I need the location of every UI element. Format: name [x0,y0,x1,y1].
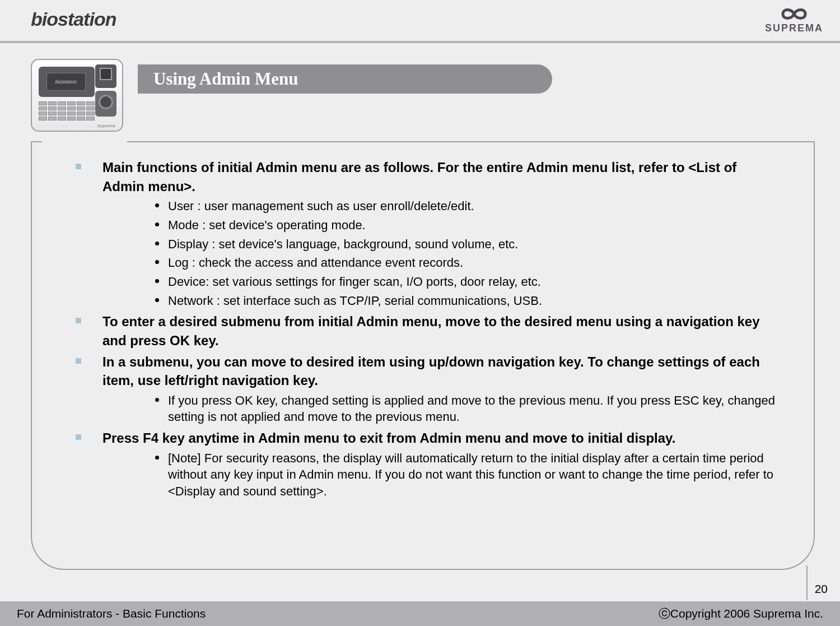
main-bullet-item: To enter a desired submenu from initial … [76,312,780,350]
dot-bullet-icon [155,456,159,460]
logo-biostation-label: biostation [31,8,116,30]
title-row: biostation Suprema Using Admin Menu [0,59,840,132]
sub-bullet-item: Mode : set device's operating mode. [155,217,780,234]
device-thumbnail: biostation Suprema [31,59,123,132]
sub-bullet-list: [Note] For security reasons, the display… [155,450,780,500]
sub-bullet-item: If you press OK key, changed setting is … [155,392,780,425]
device-thumb-label: biostation [47,73,85,85]
main-bullet-item: In a submenu, you can move to desired it… [76,353,780,390]
header: biostation SUPREMA [0,0,840,43]
footer-left: For Administrators - Basic Functions [17,607,206,620]
main-bullet-item: Main functions of initial Admin menu are… [76,158,780,196]
main-bullet-text: Main functions of initial Admin menu are… [102,158,780,196]
page-title: Using Admin Menu [153,69,298,89]
dot-bullet-icon [155,298,159,302]
main-bullet-text: To enter a desired submenu from initial … [102,312,780,350]
main-bullet-text: In a submenu, you can move to desired it… [102,353,780,390]
square-bullet-icon [76,318,81,323]
dot-bullet-icon [155,203,159,207]
sub-bullet-list: User : user management such as user enro… [155,198,780,309]
sub-bullet-item: Log : check the access and attendance ev… [155,254,780,271]
square-bullet-icon [76,434,81,440]
dot-bullet-icon [155,242,159,245]
sub-bullet-item: Device: set various settings for finger … [155,273,780,290]
dot-bullet-icon [155,222,159,226]
sub-bullet-text: Log : check the access and attendance ev… [168,254,463,271]
footer: For Administrators - Basic Functions ⓒCo… [0,601,840,626]
main-bullet-text: Press F4 key anytime in Admin menu to ex… [102,429,675,448]
logo-biostation: biostation [31,8,116,30]
square-bullet-icon [76,358,81,364]
page-divider [806,565,808,600]
dot-bullet-icon [155,260,159,264]
sub-bullet-item: Display : set device's language, backgro… [155,236,780,253]
main-bullet-item: Press F4 key anytime in Admin menu to ex… [76,429,780,448]
sub-bullet-item: User : user management such as user enro… [155,198,780,215]
sub-bullet-text: If you press OK key, changed setting is … [168,392,780,425]
dot-bullet-icon [155,398,159,402]
sub-bullet-text: Network : set interface such as TCP/IP, … [168,293,542,309]
sub-bullet-item: Network : set interface such as TCP/IP, … [155,293,780,309]
infinity-icon [774,4,814,24]
sub-bullet-text: User : user management such as user enro… [168,198,474,215]
sub-bullet-text: [Note] For security reasons, the display… [168,450,780,500]
page-number: 20 [815,582,828,596]
content-box: Main functions of initial Admin menu are… [31,141,815,570]
dot-bullet-icon [155,279,159,283]
sub-bullet-list: If you press OK key, changed setting is … [155,392,780,425]
sub-bullet-text: Device: set various settings for finger … [168,273,541,290]
page-title-pill: Using Admin Menu [138,64,552,94]
sub-bullet-item: [Note] For security reasons, the display… [155,450,780,500]
square-bullet-icon [76,164,81,169]
sub-bullet-text: Mode : set device's operating mode. [168,217,366,234]
logo-suprema-label: SUPREMA [765,22,823,34]
logo-suprema: SUPREMA [765,4,823,34]
footer-right: ⓒCopyright 2006 Suprema Inc. [659,606,823,622]
sub-bullet-text: Display : set device's language, backgro… [168,236,518,253]
logo-biostation-text: biostation [31,8,116,30]
